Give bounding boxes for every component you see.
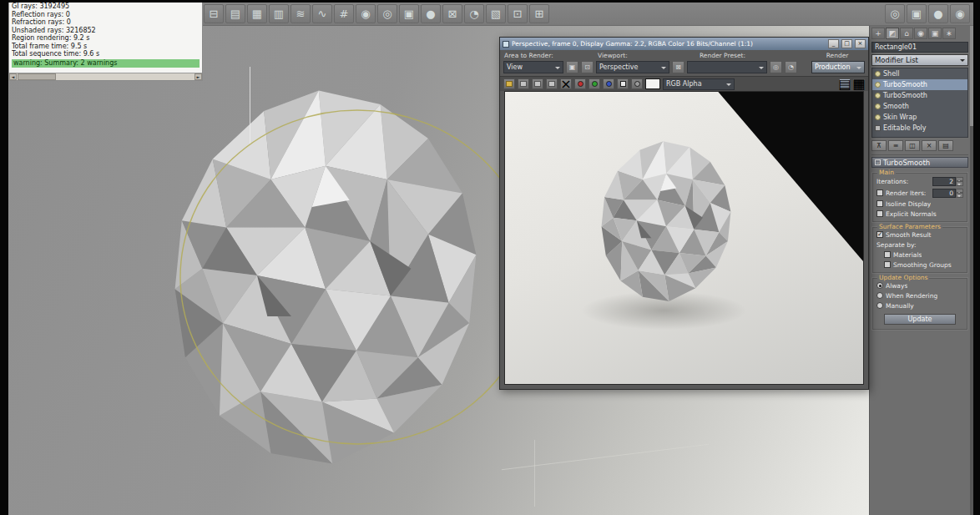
scroll-left-icon[interactable]: ◄	[9, 73, 17, 80]
align-icon[interactable]: ⊟	[204, 4, 224, 23]
tab-utilities-icon[interactable]: ∗	[942, 28, 956, 39]
tab-display-icon[interactable]: ▣	[928, 28, 942, 39]
render-setup-icon[interactable]: ◎	[377, 4, 397, 23]
material-editor-icon[interactable]: ◉	[356, 4, 376, 23]
save-image-icon[interactable]	[503, 78, 515, 89]
edit-region-icon[interactable]: ▣	[566, 61, 578, 73]
named-selection-sets-icon[interactable]: ▥	[269, 4, 289, 23]
render-message-window: GI rays: 3192495 Reflection rays: 0 Refr…	[8, 0, 203, 81]
image-toolbar: × RGB Alpha ▤ ▦	[500, 76, 868, 91]
red-channel-icon[interactable]	[574, 78, 586, 89]
update-button[interactable]: Update	[884, 314, 956, 325]
object-name-field[interactable]: Rectangle01	[871, 42, 968, 53]
render-window-titlebar[interactable]: Perspective, frame 0, Display Gamma: 2.2…	[500, 38, 868, 50]
collapse-icon[interactable]: −	[875, 159, 881, 165]
background-color-swatch[interactable]	[645, 78, 660, 89]
render-setup-2-icon[interactable]: ◎	[885, 4, 905, 23]
pin-stack-icon[interactable]: ⊼	[871, 140, 887, 151]
render-production-icon[interactable]: ●	[928, 4, 948, 23]
alpha-channel-icon[interactable]	[631, 78, 643, 89]
when-rendering-radio[interactable]	[876, 292, 883, 299]
visibility-bulb-icon[interactable]	[875, 104, 881, 109]
clone-window-icon[interactable]	[532, 78, 543, 89]
clear-image-icon[interactable]: ×	[560, 78, 572, 89]
environment-icon[interactable]: ◔	[785, 61, 797, 73]
area-to-render-dropdown[interactable]: View	[503, 61, 563, 73]
close-button[interactable]: ×	[855, 39, 866, 48]
show-end-result-icon[interactable]: ≡	[888, 140, 903, 151]
always-radio[interactable]	[876, 282, 883, 289]
copy-image-icon[interactable]	[518, 78, 529, 89]
modifier-stack-item[interactable]: Editable Poly	[872, 123, 967, 134]
transform-gizmo-axis[interactable]	[250, 67, 250, 144]
crumpled-paper-model[interactable]	[154, 77, 497, 481]
configure-modifier-sets-icon[interactable]: ▤	[938, 140, 953, 151]
modifier-stack-item-selected[interactable]: TurboSmooth	[872, 79, 967, 90]
smooth-result-checkbox[interactable]	[876, 231, 883, 238]
monochrome-channel-icon[interactable]	[617, 78, 629, 89]
modifier-list-dropdown[interactable]: Modifier List	[871, 54, 968, 66]
toggle-ui-icon[interactable]: ▦	[853, 78, 865, 89]
iterations-value[interactable]: 2	[932, 177, 956, 186]
scene-explorer-icon[interactable]: ▦	[247, 4, 267, 23]
render-mode-dropdown[interactable]: Production	[811, 61, 865, 73]
toggle-ui-overlays-icon[interactable]: ▤	[839, 78, 851, 89]
quick-render-icon[interactable]: ●	[421, 4, 441, 23]
modifier-stack-item[interactable]: TurboSmooth	[872, 90, 967, 101]
minimize-button[interactable]: _	[828, 39, 839, 48]
blue-channel-icon[interactable]	[603, 78, 614, 89]
scroll-thumb[interactable]	[18, 73, 56, 80]
isoline-display-checkbox[interactable]	[876, 200, 883, 207]
render-setup-small-icon[interactable]: ◎	[770, 61, 782, 73]
snaps-toggle-icon[interactable]: ⊠	[442, 4, 462, 23]
tab-modify-icon[interactable]: ◩	[886, 28, 899, 39]
spinner-snap-icon[interactable]: ⊡	[508, 4, 528, 23]
auto-region-icon[interactable]: ⊡	[581, 61, 594, 73]
tab-motion-icon[interactable]: ◉	[914, 28, 927, 39]
warning-line[interactable]: warning: Summary: 2 warnings	[12, 59, 200, 68]
modifier-stack-item[interactable]: Skin Wrap	[872, 112, 967, 123]
array-tool-icon[interactable]: ⊞	[529, 4, 549, 23]
render-iters-value[interactable]: 0	[932, 189, 956, 198]
render-iters-spinner[interactable]: 0	[932, 189, 963, 198]
scroll-right-icon[interactable]: ►	[194, 73, 202, 80]
tab-create-icon[interactable]: +	[871, 28, 885, 39]
materials-checkbox[interactable]	[884, 251, 891, 258]
render-preset-dropdown[interactable]	[687, 61, 767, 73]
visibility-bulb-icon[interactable]	[875, 114, 881, 120]
visibility-bulb-icon[interactable]	[875, 71, 881, 77]
channel-display-dropdown[interactable]: RGB Alpha	[663, 78, 735, 90]
tab-hierarchy-icon[interactable]: ⌂	[900, 28, 913, 39]
angle-snap-icon[interactable]: ◔	[464, 4, 484, 23]
visibility-bulb-icon[interactable]	[875, 82, 881, 88]
material-editor-2-icon[interactable]: ◉	[950, 4, 970, 23]
render-iters-checkbox[interactable]	[876, 189, 883, 196]
schematic-view-icon[interactable]: #	[334, 4, 354, 23]
green-channel-icon[interactable]	[589, 78, 600, 89]
spinner-down-icon[interactable]	[956, 193, 963, 198]
spinner-down-icon[interactable]	[956, 181, 963, 186]
explicit-normals-checkbox[interactable]	[876, 210, 883, 217]
viewport-dropdown[interactable]: Perspective	[596, 61, 669, 73]
lock-viewport-icon[interactable]: ⊠	[672, 61, 684, 73]
rendered-frame-window-icon[interactable]: ▣	[399, 4, 419, 23]
group-title: Surface Parameters	[877, 224, 942, 230]
percent-snap-icon[interactable]: ▧	[486, 4, 506, 23]
rendered-frame-2-icon[interactable]: ▣	[907, 4, 927, 23]
smoothing-groups-checkbox[interactable]	[884, 261, 891, 268]
print-image-icon[interactable]	[546, 78, 558, 89]
remove-modifier-icon[interactable]: ×	[922, 140, 937, 151]
manually-radio[interactable]	[876, 302, 883, 309]
curve-editor-icon[interactable]: ∿	[312, 4, 332, 23]
horizontal-scrollbar[interactable]: ◄ ►	[9, 73, 202, 80]
track-view-icon[interactable]: ≋	[290, 4, 311, 23]
maximize-button[interactable]: □	[841, 39, 852, 48]
turbosmooth-rollout-header[interactable]: − TurboSmooth	[871, 157, 968, 168]
application-window: ◫ ⊟ ▤ ▦ ▥ ≋ ∿ # ◉ ◎ ▣ ● ⊠ ◔ ▧ ⊡ ⊞ ◎ ▣ ● …	[0, 0, 980, 515]
visibility-bulb-icon[interactable]	[875, 93, 881, 98]
make-unique-icon[interactable]: ◫	[905, 140, 920, 151]
modifier-stack-item[interactable]: Shell	[872, 68, 967, 79]
layer-manager-icon[interactable]: ▤	[225, 4, 245, 23]
modifier-stack-item[interactable]: Smooth	[872, 101, 967, 112]
iterations-spinner[interactable]: 2	[932, 177, 963, 186]
